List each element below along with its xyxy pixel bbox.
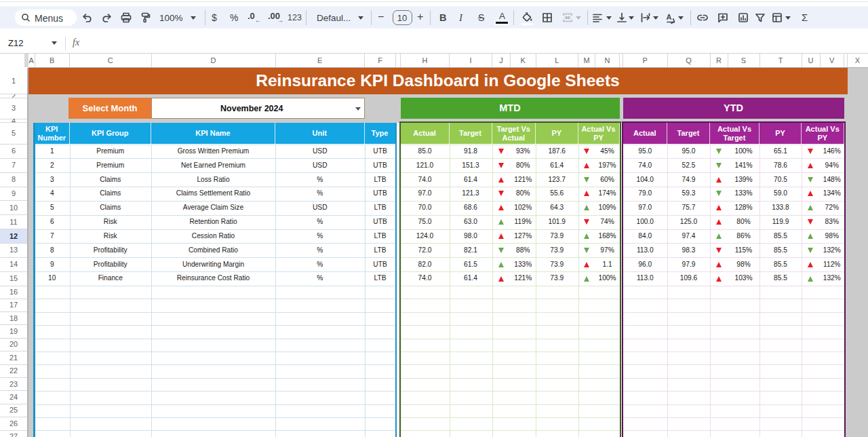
- svg-text:A: A: [667, 13, 672, 21]
